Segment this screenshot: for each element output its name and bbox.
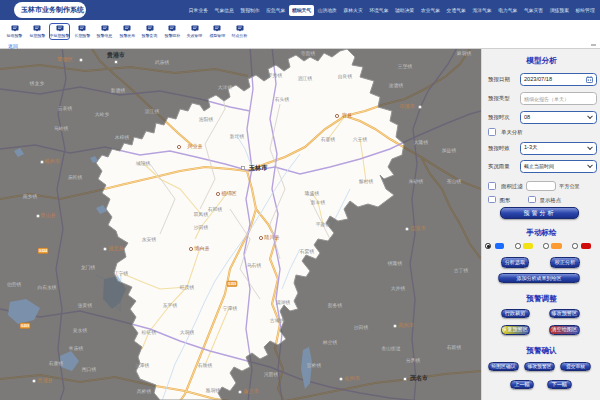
toolbar-item-3[interactable]: 长期预警	[72, 23, 93, 40]
nav-item-11[interactable]: 海洋气象	[469, 5, 495, 16]
map-label: 高州市	[398, 322, 414, 328]
modify-warning-area-button[interactable]: 修改预警区	[549, 309, 580, 319]
nav-item-7[interactable]: 环境气象	[366, 5, 392, 16]
restore-warning-area-button[interactable]: 恢复预警区	[501, 325, 530, 335]
county-ring-marker	[189, 247, 192, 250]
forecast-validity-select[interactable]: 1-3天	[520, 142, 597, 155]
scroll-artifact	[591, 44, 596, 47]
prev-frame-button[interactable]: 上一幅	[510, 380, 534, 389]
nav-item-0[interactable]: 日常业务	[186, 5, 212, 16]
toolbar-item-8[interactable]: 失效管理	[184, 23, 205, 40]
map-label: 官桥镇	[307, 362, 322, 368]
area-filter-checkbox[interactable]	[488, 182, 496, 190]
confirm-modify-button[interactable]: 修改预警区	[524, 362, 555, 371]
map-label: 福绵区	[221, 190, 237, 197]
nav-item-15[interactable]: 标绘管理	[572, 5, 598, 16]
map-label: 大岭乡	[95, 111, 110, 117]
nav-item-5[interactable]: 山洪地质	[314, 5, 340, 16]
nav-item-10[interactable]: 交通气象	[443, 5, 469, 16]
draw-color-radio-orange[interactable]	[543, 243, 549, 249]
draw-color-radio-red[interactable]	[572, 243, 578, 249]
forecast-date-value: 2023/07/18	[524, 76, 552, 82]
warning-confirm-title: 预警确认	[482, 346, 600, 356]
forecast-date-input[interactable]: 2023/07/18	[520, 73, 597, 86]
admin-clip-button[interactable]: 行政裁剪	[501, 309, 530, 319]
toolbar-item-label: 预警回补	[164, 33, 180, 38]
graphic-checkbox[interactable]	[488, 196, 496, 204]
area-filter-input[interactable]	[526, 181, 556, 192]
map-label: 白石水镇	[37, 284, 56, 290]
draw-color-radio-yellow[interactable]	[515, 243, 521, 249]
confirm-draw-area-button[interactable]: 绘图区确认	[488, 362, 519, 371]
toolbar-item-5[interactable]: 预警发布	[117, 23, 138, 40]
forecast-time-select[interactable]: 08	[520, 111, 597, 124]
map-label: 湛江镇	[145, 109, 160, 114]
draw-color-swatch-red[interactable]	[581, 243, 591, 250]
nav-item-4[interactable]: 精细天气	[289, 5, 315, 16]
next-frame-button[interactable]: 下一幅	[547, 380, 573, 389]
nav-item-12[interactable]: 电力气象	[495, 5, 521, 16]
report-icon	[11, 25, 19, 32]
map-label: 南乡镇	[23, 193, 38, 199]
draw-color-radio-blue[interactable]	[485, 243, 491, 249]
map-label: 朱砂镇	[409, 179, 424, 184]
nav-item-13[interactable]: 气象灾害	[521, 5, 547, 16]
map-label: 自良镇	[338, 73, 353, 80]
toolbar-item-9[interactable]: 模型管理	[207, 23, 228, 40]
nav-item-2[interactable]: 预报制作	[237, 5, 263, 16]
report-icon	[78, 25, 86, 32]
add-analysis-button[interactable]: 添加分析成果到绘区	[498, 273, 580, 283]
rain-obs-value: 截止当前时间	[524, 163, 554, 169]
toolbar-item-7[interactable]: 预警回补	[162, 23, 183, 40]
nav-item-1[interactable]: 气象信息	[211, 5, 237, 16]
warning-adjust-title: 预警调整	[482, 294, 600, 304]
county-ring-marker	[393, 324, 396, 327]
forecast-type-value: 精细化报告（单天）	[524, 96, 569, 102]
map-label: 兴业县	[187, 143, 203, 149]
forecast-time-label: 预报时次	[488, 114, 510, 121]
map-label: 高桥镇	[137, 388, 152, 394]
back-link[interactable]: 返回	[8, 43, 18, 49]
rain-obs-select[interactable]: 截止当前时间	[520, 160, 597, 173]
toolbar-item-1[interactable]: 短期预警	[27, 23, 48, 40]
toolbar-item-6[interactable]: 预警查询	[139, 23, 160, 40]
clear-draw-area-button[interactable]: 清空绘图区	[549, 325, 580, 335]
toolbar-item-label: 模型管理	[209, 33, 225, 38]
warning-analysis-button[interactable]: 预警分析	[500, 207, 579, 219]
nav-item-9[interactable]: 农业气象	[418, 5, 444, 16]
single-day-checkbox[interactable]	[488, 128, 496, 136]
draw-color-swatch-yellow[interactable]	[523, 243, 533, 250]
map-label: 石头镇	[275, 96, 290, 102]
map-label: 麻垌镇	[457, 50, 472, 57]
show-grid-checkbox[interactable]	[528, 196, 536, 204]
app-title: 玉林市业务制作系统	[21, 5, 84, 15]
map-label: 三堡镇	[398, 63, 413, 69]
draw-color-swatch-orange[interactable]	[551, 243, 562, 250]
map-label: 寺面镇	[301, 50, 316, 56]
manual-draw-title: 手动标绘	[482, 228, 600, 238]
map-label: 石颈镇	[198, 362, 213, 368]
toolbar-item-0[interactable]: 短临预警	[4, 23, 25, 40]
analysis-pick-button[interactable]: 分析选取	[501, 257, 529, 268]
map-label: 横州市	[44, 158, 60, 164]
correct-analysis-button[interactable]: 校正分析	[550, 257, 580, 268]
draw-color-swatch-blue[interactable]	[495, 243, 504, 250]
toolbar-item-label: 中短期预警	[50, 33, 70, 38]
county-ring-marker	[259, 236, 262, 239]
forecast-type-input[interactable]: 精细化报告（单天）	[520, 92, 597, 105]
map-view[interactable]: 贵港市茂名市玉林市兴业县容县福绵区陆川县博白县覃塘区横州市灵山县浦北县合浦县岑溪…	[0, 49, 481, 400]
nav-item-8[interactable]: 辅助决策	[392, 5, 418, 16]
nav-item-14[interactable]: 演练预案	[546, 5, 572, 16]
toolbar-item-10[interactable]: 站点分析	[229, 23, 250, 40]
city-square-marker	[242, 167, 245, 170]
chevron-down-icon	[587, 114, 593, 120]
toolbar-item-4[interactable]: 预警信息	[94, 23, 115, 40]
map-label: 新圩镇	[230, 133, 245, 139]
submit-review-button[interactable]: 提交审核	[560, 362, 591, 371]
map-label: 东平镇	[163, 302, 178, 308]
toolbar-item-2[interactable]: 中短期预警	[49, 23, 70, 40]
map-label: 镇龙乡	[29, 80, 45, 86]
county-ring-marker	[32, 379, 35, 382]
nav-item-6[interactable]: 森林火灾	[340, 5, 366, 16]
nav-item-3[interactable]: 应急气象	[263, 5, 289, 16]
